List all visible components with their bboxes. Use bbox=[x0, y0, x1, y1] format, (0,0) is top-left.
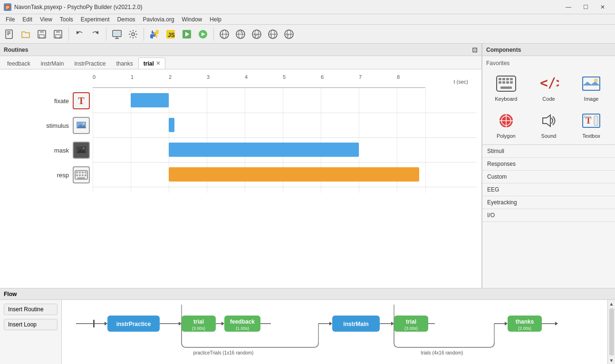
globe2-button[interactable] bbox=[233, 27, 248, 42]
svg-marker-124 bbox=[555, 322, 558, 326]
row-stimulus-icon[interactable] bbox=[73, 117, 90, 134]
component-image[interactable]: Image bbox=[571, 69, 611, 104]
keyboard-icon bbox=[494, 71, 519, 96]
titlebar: P NavonTask.psyexp - PsychoPy Builder (v… bbox=[0, 0, 615, 14]
restore-button[interactable]: ⊡ bbox=[472, 46, 478, 54]
svg-text:thanks: thanks bbox=[516, 318, 534, 325]
row-mask: mask bbox=[5, 138, 477, 163]
scroll-up[interactable]: ▲ bbox=[608, 300, 615, 307]
runner-button[interactable] bbox=[179, 27, 194, 42]
svg-rect-56 bbox=[82, 172, 84, 173]
scroll-thumb[interactable] bbox=[609, 308, 614, 355]
svg-text:instrPractice: instrPractice bbox=[116, 321, 151, 327]
js-button[interactable]: JS bbox=[163, 27, 178, 42]
insert-loop-button[interactable]: Insert Loop bbox=[4, 319, 58, 330]
tab-trial-close[interactable]: ✕ bbox=[156, 60, 160, 67]
svg-marker-100 bbox=[221, 322, 224, 326]
settings-button[interactable] bbox=[125, 27, 141, 42]
svg-rect-84 bbox=[594, 116, 598, 125]
mask-bar[interactable] bbox=[169, 143, 359, 157]
minimize-button[interactable]: — bbox=[560, 0, 577, 14]
category-stimuli[interactable]: Stimuli bbox=[482, 145, 615, 158]
monitor-button[interactable] bbox=[109, 27, 125, 42]
svg-text:</>: </> bbox=[540, 75, 559, 91]
row-mask-label: mask bbox=[35, 147, 73, 154]
flow-canvas: instrPractice trial (3.00s) bbox=[62, 300, 607, 364]
svg-text:feedback: feedback bbox=[230, 318, 255, 325]
flow-header: Flow bbox=[0, 288, 615, 300]
row-fixate-icon[interactable]: T bbox=[73, 92, 90, 109]
category-io[interactable]: I/O bbox=[482, 209, 615, 222]
svg-point-75 bbox=[594, 78, 598, 82]
menubar: File Edit View Tools Experiment Demos Pa… bbox=[0, 14, 615, 25]
globe1-button[interactable] bbox=[217, 27, 232, 42]
close-button[interactable]: ✕ bbox=[594, 0, 611, 14]
scroll-down[interactable]: ▼ bbox=[608, 356, 615, 364]
run-button[interactable] bbox=[195, 27, 211, 42]
ruler-3: 3 bbox=[207, 74, 210, 80]
menu-experiment[interactable]: Experiment bbox=[77, 14, 114, 25]
favorites-label: Favorites bbox=[486, 60, 611, 67]
svg-text:P: P bbox=[6, 5, 9, 10]
category-eyetracking[interactable]: Eyetracking bbox=[482, 196, 615, 209]
routines-panel: Routines ⊡ feedback instrMain instrPract… bbox=[0, 44, 482, 288]
row-resp-icon[interactable] bbox=[73, 166, 90, 183]
globe5-button[interactable]: ? bbox=[281, 27, 297, 42]
favorites-grid: Keyboard </> Code Image bbox=[486, 69, 611, 141]
tab-trial-label: trial bbox=[144, 60, 154, 67]
globe4-button[interactable]: i bbox=[265, 27, 280, 42]
sep4 bbox=[213, 28, 214, 41]
component-sound[interactable]: Sound bbox=[529, 106, 569, 141]
svg-text:Beta: Beta bbox=[584, 115, 592, 119]
menu-view[interactable]: View bbox=[36, 14, 56, 25]
polygon-label: Polygon bbox=[497, 133, 516, 139]
category-responses[interactable]: Responses bbox=[482, 158, 615, 171]
tab-thanks[interactable]: thanks bbox=[111, 57, 138, 69]
component-polygon[interactable]: Polygon bbox=[486, 106, 526, 141]
component-code[interactable]: </> Code bbox=[529, 69, 569, 104]
ruler-5: 5 bbox=[283, 74, 286, 80]
code-icon: </> bbox=[536, 71, 561, 96]
tab-instrMain[interactable]: instrMain bbox=[36, 57, 69, 69]
row-mask-icon[interactable] bbox=[73, 142, 90, 159]
row-resp-track bbox=[93, 163, 477, 187]
row-fixate: fixate T bbox=[5, 88, 477, 113]
open-button[interactable] bbox=[18, 27, 33, 42]
menu-demos[interactable]: Demos bbox=[114, 14, 139, 25]
svg-text:i: i bbox=[271, 33, 272, 38]
sound-label: Sound bbox=[541, 133, 557, 139]
insert-routine-button[interactable]: Insert Routine bbox=[4, 304, 58, 315]
svg-text:(3.00s): (3.00s) bbox=[192, 326, 205, 331]
save-as-button[interactable]: + bbox=[50, 27, 66, 42]
component-textbox[interactable]: T Beta Textbox bbox=[571, 106, 611, 141]
svg-rect-62 bbox=[77, 177, 85, 179]
redo-button[interactable] bbox=[88, 27, 103, 42]
undo-button[interactable] bbox=[72, 27, 87, 42]
window-controls: — ☐ ✕ bbox=[560, 0, 611, 14]
svg-rect-61 bbox=[85, 174, 86, 176]
menu-pavlovia[interactable]: Pavlovia.org bbox=[139, 14, 178, 25]
menu-tools[interactable]: Tools bbox=[56, 14, 77, 25]
tab-trial[interactable]: trial ✕ bbox=[138, 57, 165, 69]
component-keyboard[interactable]: Keyboard bbox=[486, 69, 526, 104]
resp-bar[interactable] bbox=[169, 167, 419, 182]
category-custom[interactable]: Custom bbox=[482, 171, 615, 183]
tab-instrPractice[interactable]: instrPractice bbox=[69, 57, 111, 69]
save-button[interactable] bbox=[34, 27, 49, 42]
svg-point-52 bbox=[83, 147, 85, 149]
menu-edit[interactable]: Edit bbox=[19, 14, 36, 25]
stimulus-bar[interactable] bbox=[169, 118, 174, 132]
flow-body: Insert Routine Insert Loop instrPractice bbox=[0, 300, 615, 364]
tab-feedback[interactable]: feedback bbox=[2, 57, 36, 69]
menu-help[interactable]: Help bbox=[206, 14, 225, 25]
new-button[interactable] bbox=[2, 27, 17, 42]
python-button[interactable] bbox=[147, 27, 162, 42]
fixate-bar[interactable] bbox=[131, 93, 169, 107]
category-eeg[interactable]: EEG bbox=[482, 183, 615, 196]
maximize-button[interactable]: ☐ bbox=[577, 0, 594, 14]
globe3-button[interactable]: P bbox=[249, 27, 264, 42]
row-stimulus: stimulus bbox=[5, 113, 477, 138]
menu-window[interactable]: Window bbox=[178, 14, 206, 25]
menu-file[interactable]: File bbox=[2, 14, 19, 25]
svg-text:trial: trial bbox=[406, 318, 416, 325]
